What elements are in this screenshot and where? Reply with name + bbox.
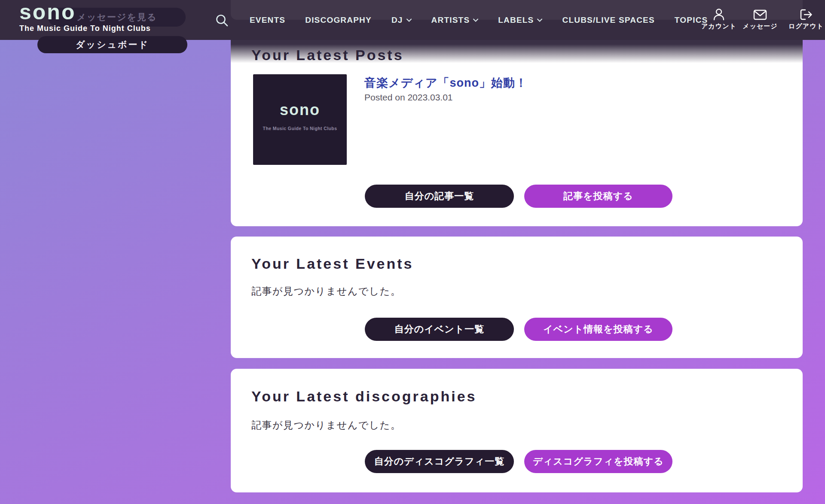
my-posts-list-button[interactable]: 自分の記事一覧 [365,185,514,208]
latest-discographies-title: Your Latest discographies [251,388,477,405]
logout-label: ログアウト [787,22,825,30]
dashboard-button[interactable]: ダッシュボード [37,36,187,53]
nav-item-clubs-live-spaces[interactable]: CLUBS/LIVE SPACES [562,15,654,25]
thumbnail-brand-text: sono [253,101,347,119]
brand-logo[interactable]: sono The Music Guide To Night Clubs [19,0,151,33]
account-label: アカウント [700,22,738,30]
nav-label: ARTISTS [431,15,470,25]
nav-item-dj[interactable]: DJ [391,15,412,25]
nav-label: DISCOGRAPHY [305,15,372,25]
post-title-link[interactable]: 音楽メディア「sono」始動！ [364,75,527,91]
brand-tagline: The Music Guide To Night Clubs [19,24,151,33]
latest-events-title: Your Latest Events [251,255,413,272]
nav-label: EVENTS [250,15,285,25]
logout-button[interactable]: ログアウト [787,0,825,40]
my-discographies-list-button[interactable]: 自分のディスコグラフィ一覧 [365,450,514,473]
posts-button-row: 自分の記事一覧 記事を投稿する [365,185,672,208]
chevron-down-icon [406,18,412,22]
person-icon [712,8,726,21]
my-events-list-button[interactable]: 自分のイベント一覧 [365,318,514,341]
submit-discography-button[interactable]: ディスコグラフィを投稿する [524,450,672,473]
nav-item-events[interactable]: EVENTS [250,15,285,25]
logout-icon [799,8,813,21]
account-button[interactable]: アカウント [700,0,738,40]
latest-events-card: Your Latest Events 記事が見つかりませんでした。 自分のイベン… [231,237,803,358]
latest-posts-title: Your Latest Posts [251,47,404,64]
latest-discographies-card: Your Latest discographies 記事が見つかりませんでした。… [231,369,803,492]
main-nav: EVENTS DISCOGRAPHY DJ ARTISTS LABELS CLU… [250,0,708,40]
nav-label: DJ [391,15,403,25]
brand-name: sono [19,0,151,24]
search-icon[interactable] [215,13,229,28]
nav-item-labels[interactable]: LABELS [498,15,542,25]
discographies-empty-message: 記事が見つかりませんでした。 [251,419,401,432]
events-empty-message: 記事が見つかりませんでした。 [251,285,401,298]
chevron-down-icon [537,18,542,22]
top-navbar: メッセージを見る sono The Music Guide To Night C… [0,0,825,40]
latest-posts-card: Your Latest Posts sono The Music Guide T… [231,27,803,226]
chevron-down-icon [473,18,478,22]
submit-event-button[interactable]: イベント情報を投稿する [524,318,672,341]
dashboard-label: ダッシュボード [76,39,149,51]
mail-icon [752,8,768,21]
events-button-row: 自分のイベント一覧 イベント情報を投稿する [365,318,672,341]
nav-item-artists[interactable]: ARTISTS [431,15,479,25]
discographies-button-row: 自分のディスコグラフィ一覧 ディスコグラフィを投稿する [365,450,672,473]
post-date: Posted on 2023.03.01 [364,92,453,103]
nav-label: CLUBS/LIVE SPACES [562,15,654,25]
nav-item-discography[interactable]: DISCOGRAPHY [305,15,372,25]
message-label: メッセージ [741,22,779,30]
post-thumbnail[interactable]: sono The Music Guide To Night Clubs [253,74,347,165]
message-button[interactable]: メッセージ [741,0,779,40]
thumbnail-tagline-text: The Music Guide To Night Clubs [253,126,347,131]
submit-post-button[interactable]: 記事を投稿する [524,185,672,208]
nav-label: LABELS [498,15,534,25]
